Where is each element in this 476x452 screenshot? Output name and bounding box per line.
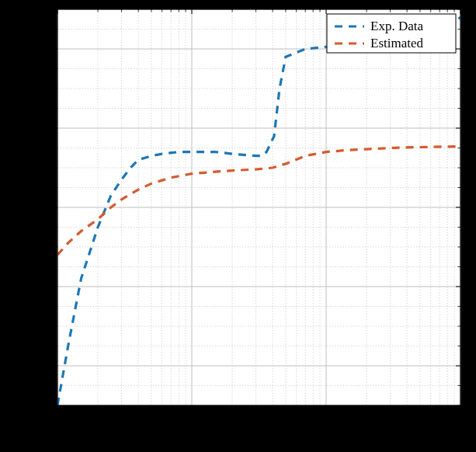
y-axis-label: Phase [°] [5,180,22,234]
x-tick-label: 104 [452,412,470,429]
legend-label: Estimated [370,36,423,50]
y-tick-label: 40 [36,200,50,215]
x-tick-label: 102 [183,412,201,429]
line-chart: 101102103104020406080Frequency [Hz]Phase… [0,0,476,452]
y-tick-label: 20 [36,280,50,294]
y-tick-label: 60 [36,121,50,136]
y-tick-label: 80 [36,42,50,57]
x-tick-label: 103 [318,412,335,429]
legend-label: Exp. Data [370,19,423,33]
chart-container: 101102103104020406080Frequency [Hz]Phase… [0,0,476,452]
x-tick-label: 101 [49,412,67,429]
y-tick-label: 0 [43,359,50,374]
x-axis-label: Frequency [Hz] [213,428,306,444]
